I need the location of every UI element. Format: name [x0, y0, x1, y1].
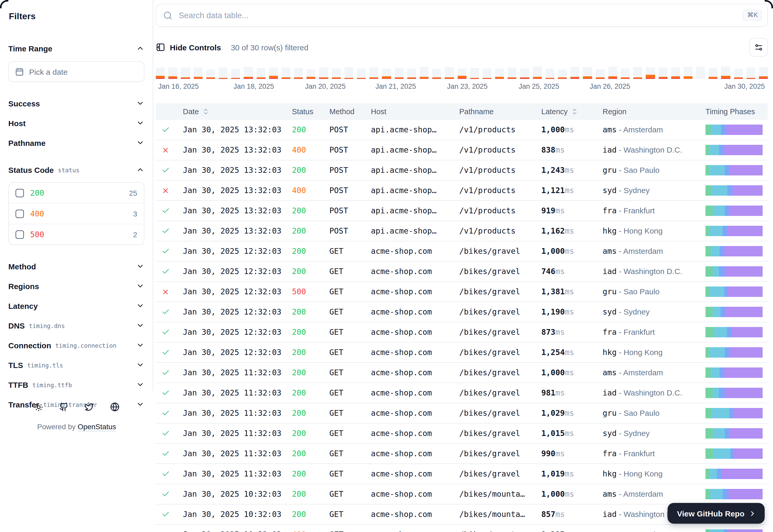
table-row[interactable]: Jan 30, 2025 10:32:03400GETacme-shop.com…: [156, 524, 768, 532]
table-row[interactable]: Jan 30, 2025 12:32:03500GETacme-shop.com…: [156, 281, 768, 302]
histogram-bar[interactable]: [407, 66, 416, 79]
checkbox[interactable]: [16, 209, 24, 218]
table-row[interactable]: Jan 30, 2025 11:32:03200GETacme-shop.com…: [156, 443, 768, 463]
histogram-bar[interactable]: [181, 66, 190, 79]
histogram-bar[interactable]: [483, 66, 491, 79]
view-options-button[interactable]: [749, 38, 768, 57]
histogram-bar[interactable]: [420, 66, 429, 79]
histogram-bar[interactable]: [244, 66, 253, 79]
date-picker-input[interactable]: Pick a date: [8, 61, 144, 82]
checkbox[interactable]: [16, 189, 24, 197]
view-github-repo-button[interactable]: View GitHub Repo: [668, 503, 765, 524]
histogram-bar[interactable]: [759, 66, 768, 79]
table-row[interactable]: Jan 30, 2025 11:32:03200GETacme-shop.com…: [156, 403, 768, 423]
histogram-bar[interactable]: [294, 66, 303, 79]
table-row[interactable]: Jan 30, 2025 13:32:03200POSTapi.acme-sho…: [156, 200, 768, 221]
sidebar-section-tls[interactable]: TLStiming.tls: [8, 359, 144, 371]
histogram-bar[interactable]: [621, 66, 630, 79]
column-header-date[interactable]: Date: [176, 107, 286, 116]
table-row[interactable]: Jan 30, 2025 13:32:03400POSTapi.acme-sho…: [156, 180, 768, 200]
table-row[interactable]: Jan 30, 2025 11:32:03200GETacme-shop.com…: [156, 463, 768, 484]
sidebar-section-success[interactable]: Success: [8, 98, 144, 109]
histogram-bar[interactable]: [219, 66, 228, 79]
table-row[interactable]: Jan 30, 2025 13:32:03200POSTapi.acme-sho…: [156, 221, 768, 241]
status-option-200[interactable]: 20025: [9, 183, 144, 203]
histogram-bar[interactable]: [344, 66, 353, 79]
histogram-bar[interactable]: [671, 66, 680, 79]
table-row[interactable]: Jan 30, 2025 12:32:03200GETacme-shop.com…: [156, 261, 768, 281]
histogram-bar[interactable]: [307, 66, 316, 79]
table-row[interactable]: Jan 30, 2025 11:32:03200GETacme-shop.com…: [156, 383, 768, 403]
histogram-bar[interactable]: [382, 66, 391, 79]
table-row[interactable]: Jan 30, 2025 12:32:03200GETacme-shop.com…: [156, 342, 768, 362]
histogram-bar[interactable]: [596, 66, 605, 79]
histogram-bar[interactable]: [470, 66, 479, 79]
histogram-bar[interactable]: [269, 66, 278, 79]
sidebar-section-ttfb[interactable]: TTFBtiming.ttfb: [8, 379, 144, 390]
histogram-bar[interactable]: [206, 66, 215, 79]
twitter-icon[interactable]: [84, 402, 94, 412]
table-row[interactable]: Jan 30, 2025 12:32:03200GETacme-shop.com…: [156, 302, 768, 322]
histogram-bar[interactable]: [508, 66, 517, 79]
histogram-bar[interactable]: [747, 66, 755, 79]
status-option-500[interactable]: 5002: [9, 224, 144, 244]
sidebar-section-host[interactable]: Host: [8, 117, 144, 129]
theme-toggle-sun-icon[interactable]: [34, 403, 43, 411]
sidebar-section-status-code[interactable]: Status Code status: [8, 164, 144, 175]
table-row[interactable]: Jan 30, 2025 13:32:03200POSTapi.acme-sho…: [156, 120, 768, 140]
histogram-bar[interactable]: [231, 66, 240, 79]
histogram-bar[interactable]: [445, 66, 454, 79]
histogram-bar[interactable]: [495, 66, 504, 79]
sidebar-section-method[interactable]: Method: [8, 261, 144, 272]
table-row[interactable]: Jan 30, 2025 12:32:03200GETacme-shop.com…: [156, 322, 768, 342]
histogram-bar[interactable]: [696, 66, 705, 79]
checkbox[interactable]: [16, 230, 24, 238]
histogram-bar[interactable]: [734, 66, 743, 79]
histogram-bar[interactable]: [659, 66, 667, 79]
cell-timing-phases: [699, 246, 768, 256]
histogram-bar[interactable]: [432, 66, 441, 79]
hide-controls-button[interactable]: Hide Controls: [156, 43, 221, 52]
table-row[interactable]: Jan 30, 2025 13:32:03400POSTapi.acme-sho…: [156, 140, 768, 160]
table-row[interactable]: Jan 30, 2025 13:32:03200POSTapi.acme-sho…: [156, 160, 768, 180]
histogram-bar[interactable]: [646, 66, 655, 79]
search-input[interactable]: [178, 10, 738, 21]
histogram-bar[interactable]: [558, 66, 567, 79]
histogram-bar[interactable]: [332, 66, 341, 79]
histogram-bar[interactable]: [395, 66, 403, 79]
histogram-bar[interactable]: [319, 66, 328, 79]
openstatus-link[interactable]: OpenStatus: [78, 422, 116, 431]
table-row[interactable]: Jan 30, 2025 11:32:03200GETacme-shop.com…: [156, 423, 768, 443]
histogram-bar[interactable]: [357, 66, 366, 79]
histogram-bar[interactable]: [282, 66, 290, 79]
sidebar-section-pathname[interactable]: Pathname: [8, 137, 144, 148]
sidebar-section-connection[interactable]: Connectiontiming.connection: [8, 339, 144, 351]
histogram-bar[interactable]: [194, 66, 202, 79]
histogram-bar[interactable]: [570, 66, 579, 79]
table-row[interactable]: Jan 30, 2025 12:32:03200GETacme-shop.com…: [156, 241, 768, 261]
histogram-bar[interactable]: [721, 66, 730, 79]
histogram-bar[interactable]: [256, 66, 265, 79]
github-icon[interactable]: [59, 402, 68, 412]
table-row[interactable]: Jan 30, 2025 11:32:03200GETacme-shop.com…: [156, 362, 768, 383]
histogram-bar[interactable]: [633, 66, 642, 79]
histogram-bar[interactable]: [168, 66, 177, 79]
histogram-bar[interactable]: [608, 66, 617, 79]
histogram-bar[interactable]: [583, 66, 592, 79]
globe-icon[interactable]: [110, 402, 119, 412]
histogram-bar[interactable]: [520, 66, 529, 79]
histogram-bar[interactable]: [369, 66, 378, 79]
histogram-bar[interactable]: [156, 66, 165, 79]
status-option-400[interactable]: 4003: [9, 203, 144, 224]
table-row[interactable]: Jan 30, 2025 10:32:03200GETacme-shop.com…: [156, 484, 768, 504]
column-header-latency[interactable]: Latency: [535, 107, 597, 116]
histogram-bar[interactable]: [545, 66, 554, 79]
sidebar-section-regions[interactable]: Regions: [8, 280, 144, 292]
histogram-bar[interactable]: [684, 66, 693, 79]
sidebar-section-latency[interactable]: Latency: [8, 300, 144, 311]
sidebar-section-time-range[interactable]: Time Range: [8, 43, 144, 54]
histogram-bar[interactable]: [709, 66, 718, 79]
histogram-bar[interactable]: [533, 66, 541, 79]
histogram-bar[interactable]: [457, 66, 466, 79]
sidebar-section-dns[interactable]: DNStiming.dns: [8, 320, 144, 331]
